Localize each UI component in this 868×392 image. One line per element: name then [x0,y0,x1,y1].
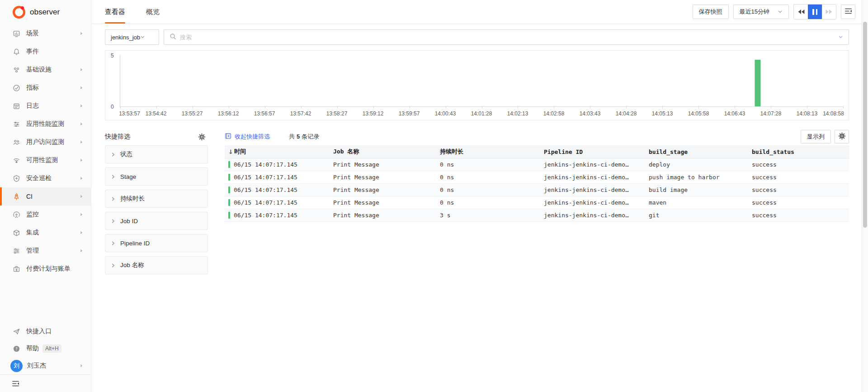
x-axis-tick-label: 14:03:43 [580,110,601,117]
sidebar-item-quick-entry[interactable]: 快捷入口 [0,323,91,340]
sidebar-item-manage[interactable]: 管理 [0,242,91,260]
gear-icon[interactable] [198,134,205,140]
table-cell: Print Message [330,186,436,193]
table-row[interactable]: 06/15 14:07:17.145Print Message0 nsjenki… [225,171,849,184]
event-count-chart[interactable]: 5 0 13:53:5713:54:4213:55:2713:56:1213:5… [105,50,849,120]
x-axis-tickmark [771,106,771,108]
filter-group[interactable]: Stage [105,167,208,186]
brand-name: observer [30,8,60,17]
search-icon [170,33,176,42]
source-select[interactable]: jenkins_job [105,29,159,45]
x-axis-tickmark [807,106,807,108]
metrics-icon [13,84,20,92]
paper-plane-icon [13,328,20,335]
row-status-marker [228,174,230,181]
x-axis-tickmark [482,106,482,108]
sidebar-item-infrastructure[interactable]: 基础设施 [0,61,91,79]
sidebar-item-security[interactable]: 安全巡检 [0,169,91,187]
fast-forward-button[interactable] [822,5,836,19]
x-axis-tickmark [554,106,554,108]
rocket-icon [13,193,20,201]
chevron-down-icon[interactable] [838,33,843,41]
table-cell: Print Message [330,161,436,168]
sidebar-item-monitor[interactable]: 监控 [0,206,91,224]
sidebar-item-integration[interactable]: 集成 [0,224,91,242]
chevron-right-icon [111,241,116,246]
x-axis-tickmark [698,106,699,108]
pause-button[interactable] [808,5,822,19]
x-axis-tickmark [843,106,844,108]
column-header-duration: 持续时长 [436,148,540,156]
table-settings-button[interactable] [835,130,849,143]
x-axis-tick-label: 13:55:27 [182,110,203,117]
sidebar-item-help[interactable]: ? 帮助 Alt+H [0,340,91,357]
x-axis-tick-label: 14:06:43 [724,110,745,117]
row-status-marker [228,161,230,168]
table-cell: push image to harbor [645,174,748,181]
x-axis-tick-label: 14:07:28 [760,110,782,117]
view-tabs: 查看器 概览 [105,0,160,24]
sort-desc-icon[interactable]: ↓ [228,148,233,155]
sidebar-collapse-icon[interactable] [12,380,19,387]
tab-viewer[interactable]: 查看器 [105,0,125,24]
filter-group[interactable]: 状态 [105,145,208,163]
chevron-right-icon [79,122,84,126]
table-cell: 0 ns [436,199,540,206]
time-range-select[interactable]: 最近15分钟 [733,5,789,19]
x-axis-tick-label: 14:08:58 [823,110,844,117]
sidebar-item-rocket[interactable]: CI [0,187,91,206]
brand: observer [0,0,91,24]
x-axis-tickmark [373,106,374,108]
integration-icon [13,229,20,237]
chevron-right-icon [111,196,116,201]
collapse-quick-filter-link[interactable]: 收起快捷筛选 [225,133,270,141]
table-cell: 0 ns [436,161,540,168]
sidebar-item-rum[interactable]: 用户访问监测 [0,133,91,151]
security-icon [13,175,20,182]
sidebar-item-logs[interactable]: 日志 [0,97,91,115]
table-cell: 06/15 14:07:17.145 [225,186,330,193]
chevron-right-icon [79,140,84,144]
table-cell: success [748,186,849,193]
sidebar-item-metrics[interactable]: 指标 [0,79,91,97]
table-cell: build image [645,186,748,193]
rewind-button[interactable] [794,5,808,19]
panel-toggle-button[interactable] [841,5,855,19]
chevron-right-icon [79,363,84,368]
filter-group[interactable]: Pipeline ID [105,234,208,252]
x-axis-tick-label: 14:05:13 [652,110,673,117]
table-cell: success [748,212,849,219]
tab-overview[interactable]: 概览 [146,0,160,24]
filter-group[interactable]: 持续时长 [105,190,208,208]
column-header-pipeline-id: Pipeline ID [540,148,645,155]
sidebar-item-scene[interactable]: 场景 [0,24,91,43]
table-row[interactable]: 06/15 14:07:17.145Print Message0 nsjenki… [225,196,849,209]
column-header-job-name: Job 名称 [330,148,436,156]
search-input[interactable] [180,34,835,41]
x-axis-tickmark [446,106,446,108]
table-row[interactable]: 06/15 14:07:17.145Print Message3 sjenkin… [225,209,849,222]
chevron-right-icon [79,67,84,72]
filter-group[interactable]: Job 名称 [105,256,208,274]
x-axis-tick-label: 13:53:57 [119,110,140,117]
show-columns-button[interactable]: 显示列 [801,130,831,143]
table-cell: success [748,174,849,181]
sidebar-item-availability[interactable]: 可用性监测 [0,151,91,169]
chevron-right-icon [111,174,116,179]
table-cell: Print Message [330,174,436,181]
save-snapshot-button[interactable]: 保存快照 [693,5,729,19]
table-row[interactable]: 06/15 14:07:17.145Print Message0 nsjenki… [225,184,849,196]
table-row[interactable]: 06/15 14:07:17.145Print Message0 nsjenki… [225,158,849,171]
sidebar-item-apm[interactable]: 应用性能监测 [0,115,91,133]
chart-bar[interactable] [755,60,761,106]
chevron-right-icon [79,104,84,108]
sidebar-item-billing[interactable]: 付费计划与账单 [0,260,91,278]
filter-group[interactable]: Job ID [105,212,208,230]
x-axis-tickmark [590,106,590,108]
sidebar-item-user[interactable]: 刘 刘玉杰 [0,357,91,374]
sidebar-item-bell[interactable]: 事件 [0,43,91,61]
filter-row: jenkins_job [105,29,849,45]
column-header-time[interactable]: ↓时间 [225,148,330,156]
table-cell: jenkins-jenkins-ci-demo… [540,199,645,206]
scrollbar-thumb[interactable] [863,22,867,228]
